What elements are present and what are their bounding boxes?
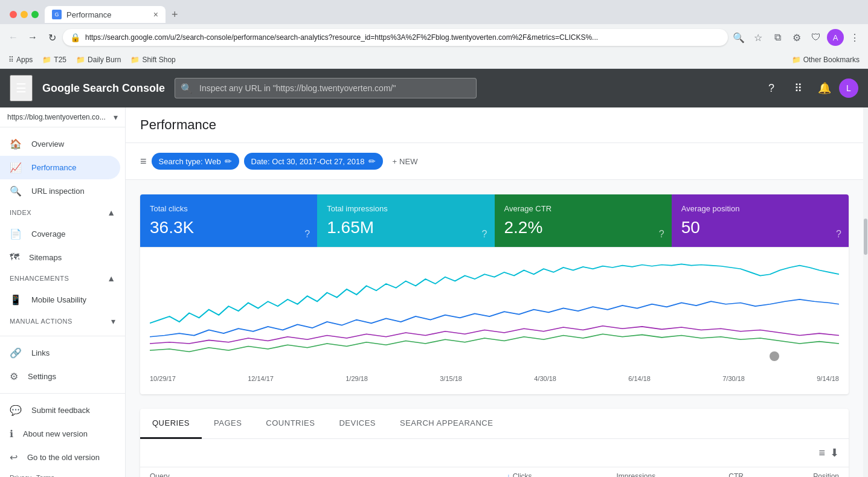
bookmark-t25-label: T25 — [54, 56, 66, 64]
bookmark-shift-shop[interactable]: 📁 Shift Shop — [127, 54, 179, 65]
other-bookmarks-item[interactable]: 📁 Other Bookmarks — [788, 54, 863, 65]
date-filter-chip[interactable]: Date: Oct 30, 2017-Oct 27, 2018 ✏ — [244, 153, 383, 170]
search-icon-btn[interactable]: 🔍 — [730, 29, 747, 46]
close-window-button[interactable] — [10, 11, 17, 18]
download-button[interactable]: ⬇ — [830, 446, 839, 459]
chart-date-2: 12/14/17 — [248, 375, 274, 382]
search-type-chip-label: Search type: Web — [159, 157, 221, 166]
daily-burn-folder-icon: 📁 — [76, 56, 85, 64]
bookmark-daily-burn[interactable]: 📁 Daily Burn — [72, 54, 124, 65]
address-bar[interactable]: 🔒 https://search.google.com/u/2/search-c… — [63, 29, 728, 46]
bookmark-star-button[interactable]: ☆ — [750, 29, 767, 46]
sidebar-url-inspection-label: URL inspection — [31, 187, 85, 196]
sidebar-item-links[interactable]: 🔗 Links — [0, 341, 120, 365]
app: ☰ Google Search Console 🔍 ? ⠿ 🔔 L https:… — [0, 69, 868, 477]
terms-link[interactable]: Terms — [36, 474, 54, 477]
sidebar-item-overview[interactable]: 🏠 Overview — [0, 132, 120, 156]
chart-date-7: 7/30/18 — [722, 375, 745, 382]
top-profile-avatar[interactable]: L — [839, 78, 858, 98]
coverage-icon: 📄 — [10, 228, 22, 240]
tab-countries[interactable]: COUNTRIES — [254, 409, 327, 439]
extensions-button[interactable]: ⧉ — [769, 29, 786, 46]
clicks-value: 36.3K — [150, 218, 307, 237]
url-search-bar: 🔍 — [175, 78, 477, 98]
shield-button[interactable]: 🛡 — [808, 29, 825, 46]
tab-search-appearance[interactable]: SEARCH APPEARANCE — [388, 409, 505, 439]
sidebar-item-about-new-version[interactable]: ℹ About new version — [0, 422, 125, 446]
sidebar-settings-label: Settings — [28, 372, 56, 381]
col-header-query: Query — [140, 467, 447, 477]
url-search-input[interactable] — [175, 78, 477, 98]
content-area: Performance ≡ Search type: Web ✏ Date: O… — [126, 107, 863, 477]
bookmark-apps[interactable]: ⠿ Apps — [5, 54, 36, 65]
metric-card-clicks[interactable]: Total clicks 36.3K ? — [140, 194, 317, 247]
sidebar-overview-label: Overview — [31, 139, 64, 149]
impressions-info-icon[interactable]: ? — [482, 229, 487, 240]
help-button[interactable]: ? — [759, 76, 783, 100]
forward-button[interactable]: → — [24, 29, 41, 46]
sidebar-section-manual-actions[interactable]: Manual actions ▾ — [0, 312, 125, 331]
new-filter-button[interactable]: + NEW — [388, 153, 423, 170]
profile-avatar[interactable]: A — [827, 29, 844, 46]
reload-button[interactable]: ↻ — [43, 29, 60, 46]
tab-pages[interactable]: PAGES — [202, 409, 254, 439]
sidebar-submit-feedback-label: Submit feedback — [31, 406, 90, 415]
col-header-impressions: Impressions — [542, 467, 666, 477]
sidebar-performance-label: Performance — [31, 163, 76, 172]
new-tab-button[interactable]: + — [167, 6, 183, 24]
feedback-icon: 💬 — [10, 405, 22, 416]
enhancements-section-label: Enhancements — [10, 275, 69, 282]
clicks-info-icon[interactable]: ? — [304, 229, 310, 240]
sidebar-section-enhancements[interactable]: Enhancements ▲ — [0, 269, 125, 288]
sidebar-item-submit-feedback[interactable]: 💬 Submit feedback — [0, 399, 125, 422]
sidebar-item-sitemaps[interactable]: 🗺 Sitemaps — [0, 246, 120, 269]
sidebar-item-mobile-usability[interactable]: 📱 Mobile Usability — [0, 288, 120, 312]
tab-title: Performance — [66, 10, 111, 19]
exit-icon: ↩ — [10, 452, 18, 463]
sidebar-item-url-inspection[interactable]: 🔍 URL inspection — [0, 179, 120, 203]
settings-gear-button[interactable]: ⚙ — [788, 29, 805, 46]
sidebar-section-index[interactable]: Index ▲ — [0, 203, 125, 222]
tab-close-button[interactable]: × — [153, 10, 158, 19]
minimize-window-button[interactable] — [21, 11, 28, 18]
right-scrollbar[interactable] — [863, 107, 868, 477]
metric-card-ctr[interactable]: Average CTR 2.2% ? — [495, 194, 672, 247]
back-button[interactable]: ← — [5, 29, 22, 46]
notifications-button[interactable]: 🔔 — [812, 76, 837, 100]
active-tab[interactable]: G Performance × — [45, 6, 166, 23]
metrics-container: Total clicks 36.3K ? Total impressions 1… — [140, 194, 849, 394]
index-section-arrow-icon: ▲ — [107, 208, 115, 217]
position-info-icon[interactable]: ? — [836, 229, 841, 240]
sidebar-go-to-old-version-label: Go to the old version — [27, 453, 100, 462]
bookmark-t25[interactable]: 📁 T25 — [39, 54, 70, 65]
metric-card-position[interactable]: Average position 50 ? — [672, 194, 849, 247]
menu-button[interactable]: ⋮ — [846, 29, 863, 46]
tab-queries[interactable]: QUERIES — [140, 409, 202, 439]
tab-devices[interactable]: DEVICES — [327, 409, 388, 439]
enhancements-section-arrow-icon: ▲ — [107, 274, 115, 283]
col-header-position: Position — [753, 467, 849, 477]
search-type-edit-icon: ✏ — [225, 156, 232, 166]
hamburger-menu[interactable]: ☰ — [10, 75, 33, 101]
chart-date-1: 10/29/17 — [150, 375, 176, 382]
sitemaps-icon: 🗺 — [10, 252, 19, 263]
sidebar-coverage-label: Coverage — [31, 229, 65, 238]
apps-grid-button[interactable]: ⠿ — [786, 76, 810, 100]
maximize-window-button[interactable] — [31, 11, 39, 18]
search-type-filter-chip[interactable]: Search type: Web ✏ — [152, 153, 239, 170]
site-selector[interactable]: https://blog.twentyoverten.co... ▾ — [0, 107, 125, 127]
ctr-info-icon[interactable]: ? — [659, 229, 664, 240]
privacy-link[interactable]: Privacy — [10, 474, 31, 477]
metrics-cards: Total clicks 36.3K ? Total impressions 1… — [140, 194, 849, 247]
metric-card-impressions[interactable]: Total impressions 1.65M ? — [317, 194, 494, 247]
filter-icon-button[interactable]: ≡ — [140, 155, 147, 168]
date-chip-label: Date: Oct 30, 2017-Oct 27, 2018 — [251, 157, 365, 166]
sidebar-item-settings[interactable]: ⚙ Settings — [0, 365, 120, 388]
sidebar-item-go-to-old-version[interactable]: ↩ Go to the old version — [0, 446, 125, 469]
index-section-items: 📄 Coverage 🗺 Sitemaps — [0, 222, 125, 269]
sidebar-item-performance[interactable]: 📈 Performance — [0, 156, 120, 179]
sidebar-item-coverage[interactable]: 📄 Coverage — [0, 222, 120, 246]
filter-rows-button[interactable]: ≡ — [818, 446, 825, 459]
col-header-clicks[interactable]: ↓Clicks — [447, 467, 542, 477]
page-title: Performance — [140, 117, 849, 133]
